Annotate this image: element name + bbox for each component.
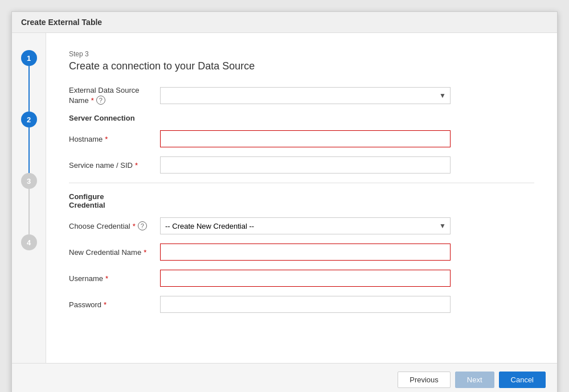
new-credential-name-group: New Credential Name * bbox=[69, 244, 534, 261]
choose-credential-label: Choose Credential * ? bbox=[69, 221, 160, 230]
choose-credential-select-wrapper: -- Create New Credential -- ▼ bbox=[160, 217, 451, 234]
choose-credential-select[interactable]: -- Create New Credential -- bbox=[160, 217, 451, 234]
service-name-input[interactable] bbox=[160, 156, 451, 174]
step-2-line bbox=[28, 127, 30, 173]
step-label: Step 3 bbox=[69, 50, 534, 58]
step-4-container: 4 bbox=[21, 234, 37, 250]
external-ds-required-star: * bbox=[91, 96, 94, 105]
server-connection-heading: Server Connection bbox=[69, 114, 534, 122]
external-ds-label: External Data Source Name * ? bbox=[69, 86, 160, 105]
external-ds-select[interactable] bbox=[160, 87, 451, 104]
service-name-group: Service name / SID * bbox=[69, 156, 534, 174]
step-3-circle: 3 bbox=[21, 173, 37, 189]
step-4-number: 4 bbox=[27, 238, 31, 247]
dialog-footer: Previous Next Cancel bbox=[12, 363, 557, 392]
hostname-required-star: * bbox=[105, 135, 108, 143]
choose-credential-help-icon[interactable]: ? bbox=[138, 221, 147, 230]
step-2-number: 2 bbox=[27, 115, 31, 124]
step-1-number: 1 bbox=[27, 54, 31, 63]
hostname-group: Hostname * bbox=[69, 130, 534, 147]
cancel-button[interactable]: Cancel bbox=[499, 372, 546, 388]
dialog-header: Create External Table bbox=[12, 12, 557, 33]
password-required-star: * bbox=[104, 300, 107, 309]
next-button[interactable]: Next bbox=[455, 372, 494, 388]
password-group: Password * bbox=[69, 296, 534, 313]
external-ds-label-line2: Name * ? bbox=[69, 96, 160, 105]
step-2-circle: 2 bbox=[21, 112, 37, 127]
step-3-number: 3 bbox=[27, 177, 31, 185]
username-required-star: * bbox=[105, 274, 108, 283]
dialog-title: Create External Table bbox=[21, 18, 102, 27]
service-name-required-star: * bbox=[135, 161, 138, 170]
new-credential-name-input[interactable] bbox=[160, 244, 451, 261]
external-ds-help-icon[interactable]: ? bbox=[96, 96, 105, 105]
new-credential-name-label: New Credential Name * bbox=[69, 248, 160, 257]
create-external-table-dialog: Create External Table 1 2 3 bbox=[11, 11, 558, 392]
step-1-container: 1 bbox=[21, 50, 37, 112]
external-ds-label-line1: External Data Source bbox=[69, 86, 160, 94]
step-2-container: 2 bbox=[21, 112, 37, 173]
password-label: Password * bbox=[69, 300, 160, 309]
username-group: Username * bbox=[69, 270, 534, 287]
configure-credential-heading: ConfigureCredential bbox=[69, 192, 534, 209]
step-4-circle: 4 bbox=[21, 234, 37, 250]
external-ds-group: External Data Source Name * ? ▼ bbox=[69, 86, 534, 105]
choose-credential-required-star: * bbox=[133, 222, 136, 230]
external-ds-select-wrapper: ▼ bbox=[160, 87, 451, 104]
step-3-container: 3 bbox=[21, 173, 37, 234]
step-3-line bbox=[28, 189, 30, 234]
step-1-line bbox=[28, 66, 30, 112]
main-content: Step 3 Create a connection to your Data … bbox=[46, 33, 557, 363]
dialog-body: 1 2 3 4 bbox=[12, 33, 557, 363]
previous-button[interactable]: Previous bbox=[398, 372, 451, 388]
service-name-label: Service name / SID * bbox=[69, 161, 160, 170]
new-credential-name-required-star: * bbox=[144, 248, 146, 257]
hostname-input[interactable] bbox=[160, 130, 451, 147]
username-label: Username * bbox=[69, 274, 160, 283]
steps-sidebar: 1 2 3 4 bbox=[12, 33, 46, 363]
step-title: Create a connection to your Data Source bbox=[69, 60, 534, 72]
step-1-circle: 1 bbox=[21, 50, 37, 66]
divider-1 bbox=[69, 183, 534, 183]
username-input[interactable] bbox=[160, 270, 451, 287]
password-input[interactable] bbox=[160, 296, 451, 313]
hostname-label: Hostname * bbox=[69, 135, 160, 143]
choose-credential-group: Choose Credential * ? -- Create New Cred… bbox=[69, 217, 534, 234]
